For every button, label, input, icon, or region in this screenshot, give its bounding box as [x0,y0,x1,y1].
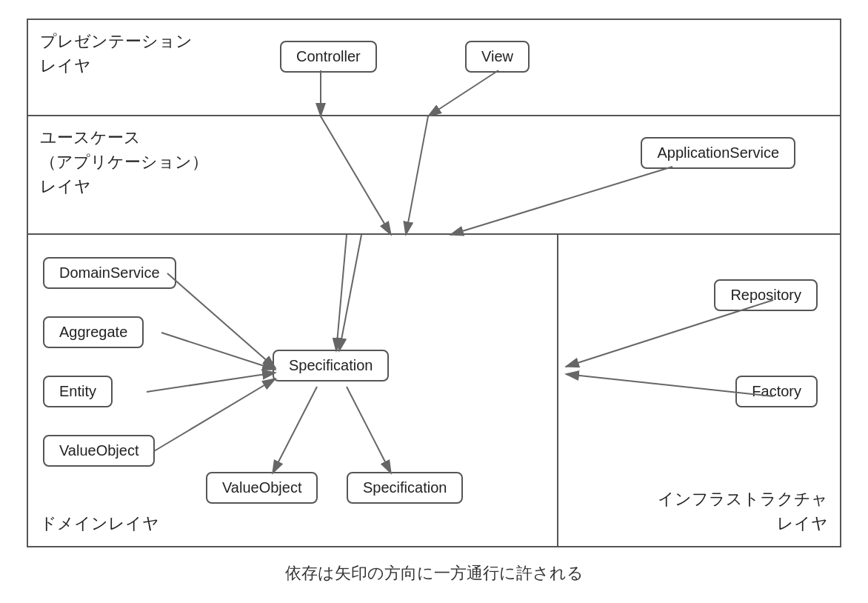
domain-label: ドメインレイヤ [40,511,159,536]
svg-line-11 [154,379,276,451]
node-view: View [465,41,530,73]
svg-line-15 [339,235,361,351]
layer-bottom: DomainService Aggregate Entity ValueObje… [28,235,840,546]
svg-line-2 [428,70,498,116]
caption: 依存は矢印の方向に一方通行に許される [285,562,584,584]
svg-line-5 [406,116,428,235]
infra-label: インフラストラクチャレイヤ [658,487,828,536]
svg-line-13 [347,387,391,473]
svg-line-10 [147,373,276,392]
node-valueobject-bottom: ValueObject [206,472,318,504]
svg-line-6 [450,167,672,235]
presentation-label: プレゼンテーションレイヤ [40,29,193,78]
node-entity: Entity [43,376,113,407]
svg-line-4 [321,116,391,235]
svg-line-9 [161,333,276,370]
node-factory: Factory [735,376,818,407]
svg-line-12 [273,387,317,473]
layer-usecase: ユースケース（アプリケーション）レイヤ ApplicationService [28,116,840,235]
node-valueobject-left: ValueObject [43,435,155,467]
diagram-wrapper: プレゼンテーションレイヤ Controller View ユースケース（アプリケ… [27,19,841,584]
svg-line-8 [167,273,276,368]
diagram-container: プレゼンテーションレイヤ Controller View ユースケース（アプリケ… [27,19,841,547]
layer-domain: DomainService Aggregate Entity ValueObje… [28,235,558,546]
layer-presentation: プレゼンテーションレイヤ Controller View [28,20,840,116]
svg-line-14 [336,235,347,351]
node-appservice: ApplicationService [641,137,795,169]
node-repository: Repository [714,279,818,311]
usecase-label: ユースケース（アプリケーション）レイヤ [40,125,208,199]
node-aggregate: Aggregate [43,316,144,348]
node-specification-center: Specification [273,350,389,382]
layer-infra: Repository Factory インフラストラクチャレイヤ [558,235,840,546]
node-specification-bottom: Specification [347,472,463,504]
node-controller: Controller [280,41,377,73]
node-domainservice: DomainService [43,257,176,289]
